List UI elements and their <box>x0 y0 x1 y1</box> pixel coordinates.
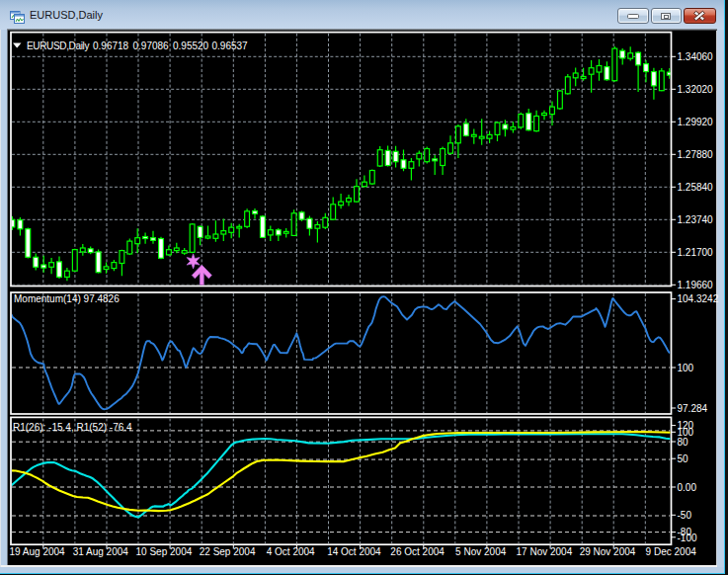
svg-text:0.96537: 0.96537 <box>212 41 249 51</box>
svg-text:1.19660: 1.19660 <box>678 280 714 290</box>
svg-text:1.23740: 1.23740 <box>678 214 714 225</box>
svg-text:1.32020: 1.32020 <box>678 84 714 95</box>
svg-text:5 Nov 2004: 5 Nov 2004 <box>455 546 507 557</box>
svg-text:97.284: 97.284 <box>678 403 708 414</box>
svg-text:80: 80 <box>678 437 689 448</box>
svg-text:1.29920: 1.29920 <box>678 117 714 127</box>
svg-text:22 Sep 2004: 22 Sep 2004 <box>200 546 256 557</box>
svg-text:100: 100 <box>678 363 694 373</box>
svg-text:Momentum(14) 97.4826: Momentum(14) 97.4826 <box>14 293 120 304</box>
svg-text:17 Nov 2004: 17 Nov 2004 <box>517 546 573 557</box>
svg-text:10 Sep 2004: 10 Sep 2004 <box>136 546 193 557</box>
svg-text:4 Oct 2004: 4 Oct 2004 <box>267 546 315 557</box>
svg-text:1.25840: 1.25840 <box>678 182 714 193</box>
svg-text:29 Nov 2004: 29 Nov 2004 <box>580 546 636 557</box>
svg-text:EURUSD,Daily: EURUSD,Daily <box>27 41 89 51</box>
svg-text:0.00: 0.00 <box>678 482 697 493</box>
svg-text:0.95520: 0.95520 <box>173 41 209 51</box>
svg-text:0.97086: 0.97086 <box>133 41 170 51</box>
svg-text:1.27880: 1.27880 <box>678 149 714 160</box>
svg-text:26 Oct 2004: 26 Oct 2004 <box>390 546 445 557</box>
svg-text:9 Dec 2004: 9 Dec 2004 <box>646 546 697 557</box>
svg-text:1.34060: 1.34060 <box>678 51 714 62</box>
svg-text:31 Aug 2004: 31 Aug 2004 <box>73 546 129 557</box>
svg-text:0.96718: 0.96718 <box>93 41 129 51</box>
svg-text:14 Oct 2004: 14 Oct 2004 <box>327 546 381 557</box>
svg-text:19 Aug 2004: 19 Aug 2004 <box>10 546 66 557</box>
svg-text:R1(26): -15.4, R1(52) -76.4: R1(26): -15.4, R1(52) -76.4 <box>13 422 132 433</box>
svg-text:104.3242: 104.3242 <box>678 293 719 304</box>
svg-text:-100: -100 <box>678 533 697 543</box>
svg-text:-50: -50 <box>678 510 692 521</box>
svg-text:1.21700: 1.21700 <box>678 247 714 258</box>
svg-text:50: 50 <box>678 453 689 464</box>
